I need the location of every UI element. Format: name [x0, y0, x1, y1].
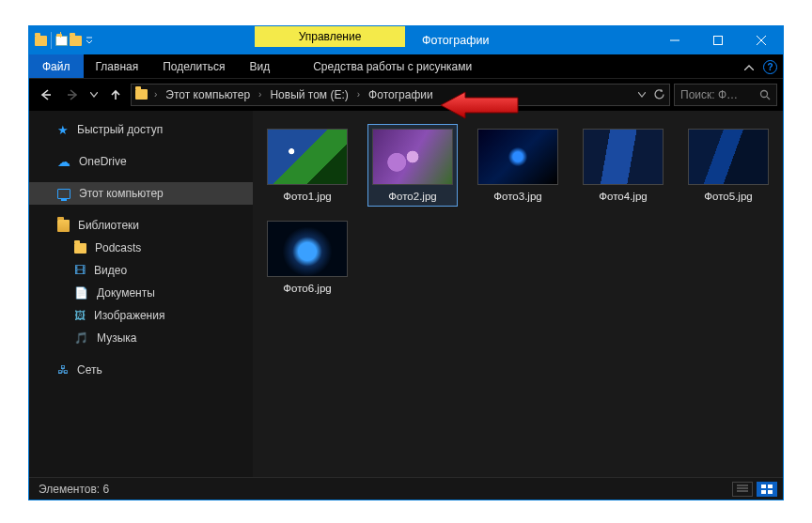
maximize-button[interactable] [696, 26, 740, 54]
libraries-icon [57, 220, 70, 232]
file-tile[interactable]: Фото3.jpg [473, 124, 563, 207]
address-dropdown-icon[interactable] [638, 92, 646, 98]
folder-icon [135, 89, 148, 100]
file-thumbnail [477, 129, 558, 185]
contextual-tab-manage[interactable]: Управление [255, 26, 405, 47]
sidebar-onedrive[interactable]: ☁OneDrive [29, 150, 253, 173]
star-icon: ★ [57, 123, 69, 137]
sidebar-quick-access[interactable]: ★Быстрый доступ [29, 118, 253, 141]
network-icon: 🖧 [57, 363, 69, 377]
ribbon-tab-view[interactable]: Вид [237, 54, 282, 78]
sidebar-this-pc[interactable]: Этот компьютер [29, 182, 253, 205]
file-thumbnail [583, 129, 664, 185]
quick-access-toolbar [29, 26, 99, 54]
svg-rect-12 [761, 485, 766, 488]
file-thumbnail [688, 129, 769, 185]
file-name-label: Фото4.jpg [599, 191, 647, 202]
file-thumbnail [267, 129, 348, 185]
file-name-label: Фото2.jpg [388, 191, 436, 202]
properties-icon[interactable] [55, 36, 68, 46]
file-thumbnail [372, 129, 453, 185]
search-placeholder: Поиск: Ф… [680, 88, 756, 101]
sidebar-label: Библиотеки [78, 219, 139, 232]
video-icon: 🎞 [74, 264, 86, 277]
sidebar-label: OneDrive [79, 155, 127, 168]
minimize-button[interactable] [653, 26, 696, 54]
svg-line-8 [767, 97, 770, 100]
view-details-button[interactable] [732, 482, 753, 497]
window-title: Фотографии [405, 26, 506, 54]
close-button[interactable] [740, 26, 783, 54]
sidebar-label: Изображения [94, 309, 164, 322]
navigation-bar: › Этот компьютер › Новый том (E:) › Фото… [29, 79, 783, 111]
sidebar-libraries[interactable]: Библиотеки [29, 214, 253, 237]
sidebar-lib-music[interactable]: 🎵Музыка [29, 327, 253, 349]
sidebar-lib-podcasts[interactable]: Podcasts [29, 237, 253, 259]
document-icon: 📄 [74, 286, 88, 300]
refresh-icon[interactable] [653, 88, 665, 100]
explorer-window: Управление Фотографии Файл Главная Подел… [28, 25, 784, 500]
monitor-icon [57, 189, 70, 199]
status-bar: Элементов: 6 [29, 477, 783, 500]
title-bar: Управление Фотографии [29, 26, 783, 54]
recent-locations-button[interactable] [87, 84, 101, 106]
svg-rect-14 [761, 490, 766, 494]
cloud-icon: ☁ [57, 154, 70, 169]
file-name-label: Фото5.jpg [704, 191, 752, 202]
ribbon-tab-share[interactable]: Поделиться [150, 54, 237, 78]
pictures-icon: 🖼 [74, 309, 86, 322]
file-tile[interactable]: Фото6.jpg [262, 216, 352, 299]
music-icon: 🎵 [74, 331, 88, 345]
forward-button[interactable] [61, 84, 84, 106]
ribbon-collapse-icon[interactable] [744, 65, 754, 70]
ribbon-tab-home[interactable]: Главная [84, 54, 151, 78]
sidebar-label: Документы [97, 286, 155, 300]
view-thumbnails-button[interactable] [757, 482, 777, 497]
sidebar-label: Музыка [97, 331, 136, 345]
breadcrumb-segment[interactable]: Фотографии [367, 88, 435, 101]
chevron-right-icon[interactable]: › [256, 89, 264, 100]
folder-icon [35, 36, 47, 46]
sidebar-lib-documents[interactable]: 📄Документы [29, 282, 253, 304]
chevron-right-icon[interactable]: › [354, 89, 363, 100]
search-icon[interactable] [759, 89, 771, 100]
sidebar-label: Быстрый доступ [77, 123, 163, 136]
sidebar-label: Сеть [77, 363, 102, 377]
ribbon-tab-file[interactable]: Файл [29, 54, 84, 78]
chevron-right-icon[interactable]: › [151, 89, 160, 100]
svg-rect-15 [768, 490, 773, 494]
search-box[interactable]: Поиск: Ф… [674, 84, 777, 106]
sidebar-label: Podcasts [95, 241, 141, 254]
sidebar-label: Этот компьютер [79, 187, 164, 200]
status-item-count: Элементов: 6 [39, 483, 109, 496]
breadcrumb-segment[interactable]: Этот компьютер [164, 88, 252, 101]
file-list[interactable]: Фото1.jpgФото2.jpgФото3.jpgФото4.jpgФото… [253, 111, 783, 477]
file-thumbnail [267, 221, 348, 277]
svg-rect-13 [768, 485, 773, 488]
file-name-label: Фото3.jpg [493, 191, 541, 202]
file-tile[interactable]: Фото5.jpg [683, 124, 773, 207]
qat-dropdown-icon[interactable] [86, 37, 93, 44]
svg-point-7 [761, 90, 768, 97]
up-button[interactable] [104, 84, 127, 106]
file-name-label: Фото1.jpg [283, 191, 331, 202]
file-name-label: Фото6.jpg [283, 283, 331, 294]
new-folder-icon[interactable] [70, 36, 82, 46]
help-icon[interactable]: ? [763, 60, 777, 74]
qat-separator [51, 32, 52, 49]
file-tile[interactable]: Фото1.jpg [262, 124, 352, 207]
sidebar-lib-video[interactable]: 🎞Видео [29, 259, 253, 282]
svg-rect-2 [714, 37, 723, 45]
window-controls [653, 26, 783, 54]
file-tile[interactable]: Фото4.jpg [578, 124, 668, 207]
sidebar-label: Видео [94, 264, 127, 277]
ribbon-tab-picture-tools[interactable]: Средства работы с рисунками [301, 54, 484, 78]
sidebar-network[interactable]: 🖧Сеть [29, 359, 253, 381]
breadcrumb-segment[interactable]: Новый том (E:) [268, 88, 350, 101]
content-area: ★Быстрый доступ ☁OneDrive Этот компьютер… [29, 111, 783, 477]
address-bar[interactable]: › Этот компьютер › Новый том (E:) › Фото… [131, 84, 670, 106]
sidebar-lib-pictures[interactable]: 🖼Изображения [29, 304, 253, 327]
back-button[interactable] [35, 84, 57, 106]
folder-icon [74, 243, 86, 254]
file-tile[interactable]: Фото2.jpg [367, 124, 458, 207]
